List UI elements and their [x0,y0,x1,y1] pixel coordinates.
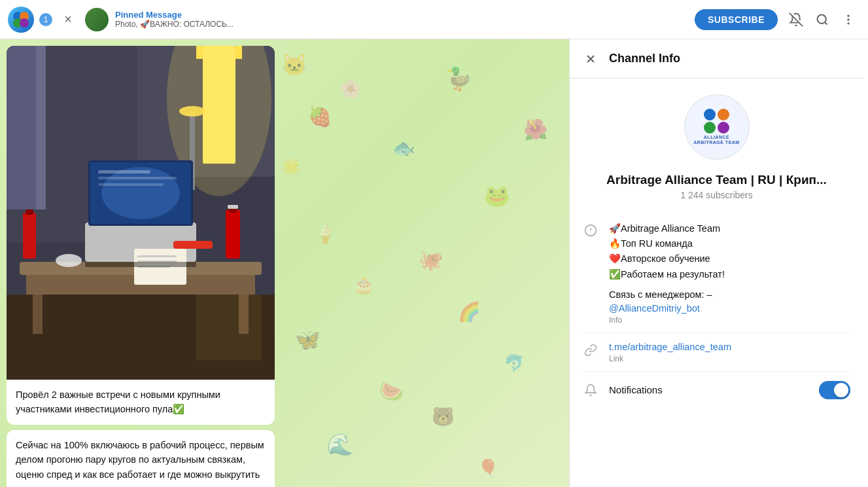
channel-name: Arbitrage Alliance Team | RU | Крип... [583,173,850,187]
top-icons [784,8,860,31]
panel-title: Channel Info [609,52,680,65]
desc-line1: 🚀Arbitrage Alliance Team [609,221,850,236]
notifications-toggle[interactable] [819,381,850,399]
svg-rect-33 [226,209,240,259]
chat-area: 🐱 🌸 🍓 🐟 🦆 🌟 🐸 🍦 🐙 🎂 🌈 🦋 🐬 🍉 🐻 🌊 🎈 🌺 [0,39,569,487]
contact-prefix: Связь с менеджером: – [609,289,712,300]
svg-rect-15 [36,46,46,209]
svg-rect-41 [137,255,177,257]
channel-avatar-section: ALLIANCEARBITRAGE TEAM [583,94,850,160]
top-bar: 1 × Pinned Message Photo, 🚀ВАЖНО: ОСТАЛО… [0,0,868,39]
svg-point-39 [56,254,82,267]
notifications-icon [583,382,599,398]
circle-orange [718,109,729,120]
desc-line3: ❤️Авторское обучение [609,251,850,266]
main-content: 🐱 🌸 🍓 🐟 🦆 🌟 🐸 🍦 🐙 🎂 🌈 🦋 🐬 🍉 🐻 🌊 🎈 🌺 [0,39,868,487]
message-bubble-2: Сейчас на 100% включаюсь в рабочий проце… [7,430,275,487]
alliance-text-logo: ALLIANCEARBITRAGE TEAM [693,135,739,146]
info-label: Info [609,316,850,325]
svg-line-4 [790,12,803,26]
channel-subscribers: 1 244 subscribers [583,190,850,200]
notifications-label: Notifications [609,384,808,395]
pinned-title: Pinned Message [115,10,234,20]
close-button[interactable]: × [58,9,78,30]
search-icon[interactable] [810,8,834,31]
svg-point-3 [20,18,29,27]
circle-green [704,122,716,134]
channel-avatar: ALLIANCEARBITRAGE TEAM [684,94,750,160]
svg-point-8 [847,18,849,20]
svg-rect-37 [23,213,36,259]
circle-purple [718,122,729,134]
svg-point-29 [101,167,180,219]
link-icon [583,342,599,358]
message-photo [7,46,275,380]
svg-point-21 [179,106,205,117]
contact-area: Связь с менеджером: – @AllianceDmitriy_b… [609,287,850,314]
svg-rect-45 [196,295,262,360]
top-bar-left: 1 × [8,7,78,33]
info-description-icon [583,223,599,238]
info-link-row: t.me/arbitrage_alliance_team Link [583,333,850,372]
unread-badge: 1 [39,13,52,26]
toggle-thumb [834,383,848,397]
channel-info-panel: Channel Info ALLIANCEARBITRAGE [569,39,863,487]
alliance-logo: ALLIANCEARBITRAGE TEAM [691,101,743,153]
circle-blue [704,109,716,120]
svg-point-7 [847,14,849,16]
panel-close-button[interactable] [580,48,601,69]
alliance-circles-2 [704,122,729,134]
desc-line2: 🔥Топ RU команда [609,236,850,251]
notifications-row: Notifications [583,372,850,408]
message-with-photo: Провёл 2 важные встречи с новыми крупным… [7,46,563,487]
subscribe-button[interactable]: SUBSCRIBE [695,9,778,30]
pinned-desc: Photo, 🚀ВАЖНО: ОСТАЛОСЬ... [115,20,234,29]
svg-rect-30 [98,170,150,173]
mute-icon[interactable] [784,8,808,31]
channel-link[interactable]: t.me/arbitrage_alliance_team [609,342,731,352]
svg-rect-31 [98,177,177,179]
svg-point-9 [847,22,849,24]
pinned-message[interactable]: Pinned Message Photo, 🚀ВАЖНО: ОСТАЛОСЬ..… [85,8,688,31]
info-link-content: t.me/arbitrage_alliance_team Link [609,341,850,363]
photo-message-block: Провёл 2 важные встречи с новыми крупным… [7,46,275,487]
message-bubble-1: Провёл 2 важные встречи с новыми крупным… [7,380,275,425]
svg-rect-44 [85,262,196,267]
svg-point-5 [818,14,826,23]
svg-rect-36 [173,241,213,249]
alliance-circles [704,109,729,120]
channel-logo [8,7,34,33]
desc-line4: ✅Работаем на результат! [609,267,850,282]
more-icon[interactable] [837,8,860,31]
info-description-row: 🚀Arbitrage Alliance Team 🔥Топ RU команда… [583,213,850,333]
svg-rect-24 [33,295,43,334]
message-text-2: Сейчас на 100% включаюсь в рабочий проце… [16,438,266,487]
message-text-1: Провёл 2 важные встречи с новыми крупным… [16,388,266,417]
link-label: Link [609,354,850,363]
svg-rect-35 [228,205,238,209]
contact-link[interactable]: @AllianceDmitriy_bot [609,303,700,314]
panel-header: Channel Info [570,39,863,79]
pinned-thumb [85,8,109,31]
panel-body: ALLIANCEARBITRAGE TEAM Arbitrage Allianc… [570,79,863,424]
pinned-text-area: Pinned Message Photo, 🚀ВАЖНО: ОСТАЛОСЬ..… [115,10,234,29]
svg-rect-32 [98,183,164,186]
svg-rect-38 [26,209,33,215]
info-description-content: 🚀Arbitrage Alliance Team 🔥Топ RU команда… [609,221,850,325]
svg-line-6 [825,22,827,24]
chat-content: Провёл 2 важные встречи с новыми крупным… [0,39,569,487]
